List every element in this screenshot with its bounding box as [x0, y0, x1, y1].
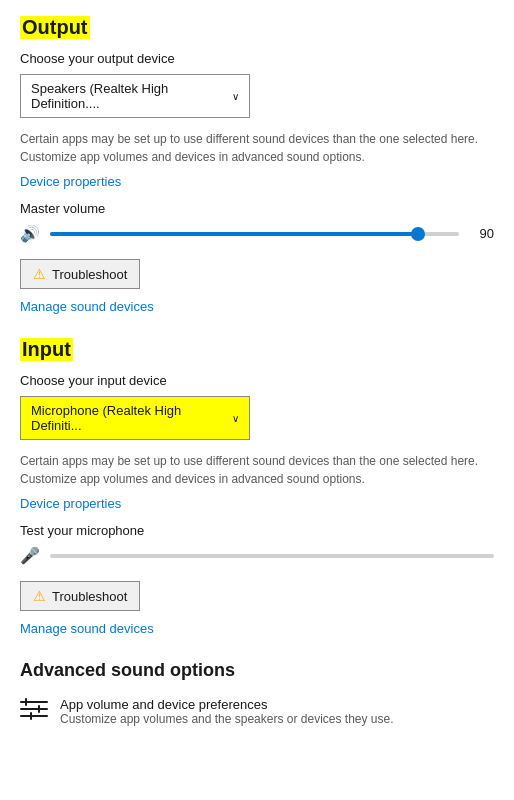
chevron-down-icon: ∨ — [232, 413, 239, 424]
advanced-section: Advanced sound options App volume and de… — [20, 660, 494, 726]
input-description: Certain apps may be set up to use differ… — [20, 452, 490, 488]
warning-icon: ⚠ — [33, 266, 46, 282]
input-title: Input — [20, 338, 73, 361]
input-manage-sound-devices-link[interactable]: Manage sound devices — [20, 621, 494, 636]
master-volume-label: Master volume — [20, 201, 494, 216]
input-troubleshoot-label: Troubleshoot — [52, 589, 127, 604]
sliders-icon — [20, 698, 48, 726]
microphone-icon: 🎤 — [20, 546, 40, 565]
chevron-down-icon: ∨ — [232, 91, 239, 102]
svg-rect-0 — [20, 701, 48, 703]
speaker-icon: 🔊 — [20, 224, 40, 243]
input-dropdown-text: Microphone (Realtek High Definiti... — [31, 403, 224, 433]
input-section: Input Choose your input device Microphon… — [20, 338, 494, 636]
svg-rect-4 — [38, 705, 40, 713]
app-pref-desc: Customize app volumes and the speakers o… — [60, 712, 494, 726]
output-device-dropdown[interactable]: Speakers (Realtek High Definition.... ∨ — [20, 74, 250, 118]
output-volume-fill — [50, 232, 418, 236]
output-volume-slider[interactable] — [50, 232, 459, 236]
output-title: Output — [20, 16, 90, 39]
output-volume-thumb[interactable] — [411, 227, 425, 241]
svg-rect-2 — [20, 715, 48, 717]
warning-icon: ⚠ — [33, 588, 46, 604]
output-volume-value: 90 — [469, 226, 494, 241]
test-mic-label: Test your microphone — [20, 523, 494, 538]
output-volume-row: 🔊 90 — [20, 224, 494, 243]
output-device-properties-link[interactable]: Device properties — [20, 174, 494, 189]
output-dropdown-text: Speakers (Realtek High Definition.... — [31, 81, 224, 111]
output-description: Certain apps may be set up to use differ… — [20, 130, 490, 166]
output-troubleshoot-label: Troubleshoot — [52, 267, 127, 282]
output-troubleshoot-button[interactable]: ⚠ Troubleshoot — [20, 259, 140, 289]
svg-rect-1 — [20, 708, 48, 710]
input-device-properties-link[interactable]: Device properties — [20, 496, 494, 511]
app-pref-title: App volume and device preferences — [60, 697, 494, 712]
svg-rect-5 — [30, 712, 32, 720]
advanced-title: Advanced sound options — [20, 660, 494, 681]
svg-rect-3 — [25, 698, 27, 706]
input-mic-bar — [50, 554, 494, 558]
input-choose-label: Choose your input device — [20, 373, 494, 388]
app-pref-text: App volume and device preferences Custom… — [60, 697, 494, 726]
input-troubleshoot-button[interactable]: ⚠ Troubleshoot — [20, 581, 140, 611]
output-section: Output Choose your output device Speaker… — [20, 16, 494, 314]
output-choose-label: Choose your output device — [20, 51, 494, 66]
output-manage-sound-devices-link[interactable]: Manage sound devices — [20, 299, 494, 314]
input-device-dropdown[interactable]: Microphone (Realtek High Definiti... ∨ — [20, 396, 250, 440]
input-mic-row: 🎤 — [20, 546, 494, 565]
app-preferences-row[interactable]: App volume and device preferences Custom… — [20, 697, 494, 726]
